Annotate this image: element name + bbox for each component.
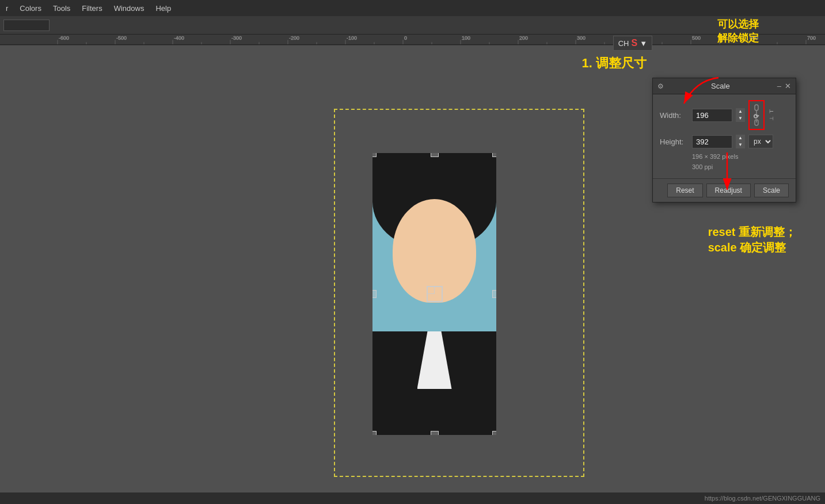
svg-text:100: 100 — [462, 36, 470, 41]
scale-dialog-controls: – ✕ — [777, 82, 791, 90]
handle-middle-left[interactable] — [372, 290, 377, 298]
handle-bottom-right[interactable] — [492, 431, 496, 435]
annotation-adjust-size: 1. 调整尺寸 — [582, 55, 647, 72]
url-text: https://blog.csdn.net/GENGXINGGUANG — [705, 495, 820, 502]
shirt-element — [417, 331, 452, 389]
channel-arrow[interactable]: ▼ — [640, 39, 647, 48]
height-label: Height: — [660, 138, 689, 146]
width-up[interactable]: ▲ — [736, 108, 745, 115]
svg-text:0: 0 — [404, 36, 407, 41]
hair-element — [372, 153, 496, 251]
reset-button[interactable]: Reset — [667, 184, 702, 197]
height-spinners: ▲ ▼ — [736, 135, 745, 148]
handle-middle-right[interactable] — [492, 290, 496, 298]
ruler: -600 -500 -400 -300 -200 -100 0 100 200 … — [0, 35, 825, 45]
svg-text:-300: -300 — [231, 36, 242, 41]
svg-text:200: 200 — [519, 36, 528, 41]
channel-value: S — [631, 38, 637, 48]
annotation-unlock: 可以选择 解除锁定 — [717, 17, 759, 45]
svg-text:-500: -500 — [116, 36, 127, 41]
height-down[interactable]: ▼ — [736, 142, 745, 148]
menu-item-tools[interactable]: Tools — [51, 3, 73, 14]
svg-text:-200: -200 — [289, 36, 299, 41]
scale-dialog-titlebar: ⚙ Scale – ✕ — [653, 78, 796, 94]
handle-bottom-center[interactable] — [431, 431, 439, 435]
channel-indicator: CH S ▼ — [613, 36, 652, 51]
svg-text:-100: -100 — [347, 36, 357, 41]
scale-dialog-icon: ⚙ — [657, 82, 664, 90]
toolbar-input[interactable] — [3, 20, 50, 31]
scale-button[interactable]: Scale — [754, 184, 789, 197]
handle-bottom-left[interactable] — [372, 431, 377, 435]
suit-element — [372, 331, 496, 435]
chain-icon[interactable]: ⟳ — [751, 102, 762, 128]
toolbar — [0, 16, 825, 35]
arrow-to-dialog — [710, 150, 744, 197]
handle-top-center[interactable] — [431, 153, 439, 157]
handle-top-right[interactable] — [492, 153, 496, 157]
svg-rect-42 — [755, 105, 758, 110]
width-down[interactable]: ▼ — [736, 115, 745, 122]
unit-select[interactable]: px — [748, 135, 773, 148]
svg-text:500: 500 — [692, 36, 701, 41]
svg-text:700: 700 — [807, 36, 816, 41]
menu-item-filters[interactable]: Filters — [79, 3, 104, 14]
width-label: Width: — [660, 111, 689, 120]
scale-dialog-close[interactable]: ✕ — [785, 82, 791, 90]
height-up[interactable]: ▲ — [736, 135, 745, 142]
height-input[interactable] — [692, 135, 732, 148]
channel-prefix: CH — [618, 39, 629, 48]
menubar: r Colors Tools Filters Windows Help — [0, 0, 825, 16]
right-indicators: ⊢ ⊣ — [769, 109, 774, 121]
scale-dialog-minimize[interactable]: – — [777, 82, 781, 90]
menu-item-r[interactable]: r — [3, 3, 10, 14]
menu-item-help[interactable]: Help — [153, 3, 173, 14]
chain-link-container: ⟳ — [748, 100, 765, 130]
selection-box — [334, 109, 584, 477]
svg-text:⟳: ⟳ — [754, 113, 759, 120]
menu-item-colors[interactable]: Colors — [17, 3, 44, 14]
svg-text:-600: -600 — [59, 36, 69, 41]
menu-item-windows[interactable]: Windows — [112, 3, 147, 14]
annotation-reset-scale: reset 重新调整； scale 确定调整 — [708, 224, 796, 255]
svg-text:300: 300 — [577, 36, 586, 41]
width-spinners: ▲ ▼ — [736, 108, 745, 122]
face-element — [393, 199, 476, 303]
arrow-to-chain — [678, 75, 724, 111]
handle-top-left[interactable] — [372, 153, 377, 157]
image-layer — [372, 153, 496, 435]
handle-middle-center[interactable] — [427, 286, 443, 302]
bottom-bar: https://blog.csdn.net/GENGXINGGUANG — [0, 492, 825, 504]
height-row: Height: ▲ ▼ px — [660, 135, 789, 148]
svg-text:-400: -400 — [174, 36, 184, 41]
